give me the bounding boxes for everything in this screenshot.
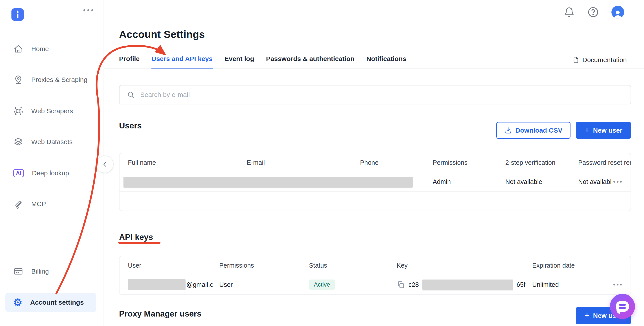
- notification-bell-icon[interactable]: [564, 7, 575, 18]
- column-header: Phone: [360, 159, 433, 166]
- user-avatar[interactable]: [612, 6, 624, 19]
- permissions-cell: Admin: [433, 178, 505, 185]
- logo-i-flame-icon: [14, 10, 21, 19]
- chevron-left-icon: [101, 161, 108, 168]
- row-menu-icon[interactable]: [611, 281, 624, 288]
- sidebar-item-label: Proxies & Scraping: [31, 76, 88, 84]
- help-icon[interactable]: [587, 6, 599, 18]
- permissions-cell: User: [219, 281, 309, 288]
- users-table-row: Admin Not available Not availabl: [120, 172, 630, 192]
- red-underline-annotation: [118, 242, 160, 244]
- plus-icon: +: [584, 311, 590, 319]
- sidebar-item-home[interactable]: Home: [0, 41, 104, 57]
- paperclip-icon: [13, 199, 23, 209]
- tab-event-log[interactable]: Event log: [224, 55, 254, 69]
- redacted-user-info: [124, 177, 413, 187]
- home-icon: [13, 44, 23, 54]
- sidebar-item-label: Deep lookup: [32, 169, 69, 177]
- tab-users-and-api-keys[interactable]: Users and API keys: [152, 55, 212, 69]
- proxy-manager-section-title: Proxy Manager users: [119, 309, 202, 318]
- status-badge: Active: [309, 279, 335, 290]
- brand-logo[interactable]: [12, 8, 24, 21]
- gear-icon: ⚙: [13, 297, 22, 307]
- sidebar-item-label: Billing: [31, 268, 49, 275]
- column-header: 2-step verification: [505, 159, 578, 166]
- sidebar-item-label: Home: [31, 45, 49, 53]
- chat-bubble-icon: [616, 301, 629, 312]
- users-section-title: Users: [119, 121, 142, 130]
- search-bar: [119, 85, 631, 104]
- key-prefix: c28: [408, 281, 419, 288]
- user-cell: @gmail.c: [128, 279, 219, 290]
- api-keys-table: User Permissions Status Key Expiration d…: [119, 256, 631, 295]
- column-header: Status: [309, 262, 396, 269]
- page-title: Account Settings: [119, 28, 205, 40]
- sidebar-item-proxies-scraping[interactable]: Proxies & Scraping: [0, 72, 104, 88]
- tab-passwords-authentication[interactable]: Passwords & authentication: [266, 55, 354, 69]
- column-header: Permissions: [219, 262, 309, 269]
- redacted-key: [422, 279, 513, 290]
- tab-bar: Profile Users and API keys Event log Pas…: [119, 55, 406, 69]
- column-header: Password reset rer: [578, 159, 630, 166]
- sidebar-item-label: Web Datasets: [31, 138, 73, 146]
- chat-widget-button[interactable]: [610, 294, 635, 319]
- documentation-link[interactable]: Documentation: [572, 56, 627, 64]
- users-table-header: Full name E-mail Phone Permissions 2-ste…: [120, 153, 630, 172]
- sidebar-item-label: Account settings: [30, 299, 84, 306]
- account-settings-page: Home Proxies & Scraping Web Scrapers Web…: [0, 0, 644, 326]
- users-table: Full name E-mail Phone Permissions 2-ste…: [119, 153, 631, 211]
- sidebar-item-label: Web Scrapers: [31, 107, 73, 115]
- sidebar-item-label: MCP: [31, 200, 46, 208]
- column-header: Full name: [128, 159, 247, 166]
- search-input[interactable]: [140, 91, 630, 99]
- sidebar-menu-icon[interactable]: [84, 9, 93, 11]
- row-menu-icon[interactable]: [611, 179, 624, 185]
- sidebar-item-deep-lookup[interactable]: AI Deep lookup: [0, 165, 104, 181]
- redacted-email: [128, 279, 186, 290]
- credit-card-icon: [13, 266, 23, 276]
- status-cell: Active: [309, 279, 396, 290]
- two-step-cell: Not available: [505, 178, 578, 185]
- copy-icon[interactable]: [396, 280, 405, 289]
- document-icon: [572, 56, 579, 64]
- spider-icon: [13, 106, 23, 116]
- search-icon: [127, 91, 135, 99]
- new-user-button[interactable]: + New user: [576, 122, 631, 139]
- column-header: Expiration date: [532, 262, 630, 269]
- sidebar-item-mcp[interactable]: MCP: [0, 196, 104, 212]
- ai-badge-icon: AI: [13, 169, 24, 177]
- sidebar-collapse-button[interactable]: [96, 156, 114, 173]
- tab-notifications[interactable]: Notifications: [366, 55, 406, 69]
- topbar-actions: [564, 6, 624, 19]
- tab-profile[interactable]: Profile: [119, 55, 140, 69]
- api-keys-section-title: API keys: [119, 233, 153, 242]
- column-header: User: [128, 262, 219, 269]
- tabs-divider: [104, 69, 644, 69]
- sidebar-item-web-datasets[interactable]: Web Datasets: [0, 134, 104, 150]
- download-csv-button[interactable]: Download CSV: [496, 122, 570, 139]
- sidebar-item-account-settings[interactable]: ⚙ Account settings: [5, 293, 96, 312]
- sidebar: Home Proxies & Scraping Web Scrapers Web…: [0, 0, 104, 326]
- column-header: Key: [396, 262, 532, 269]
- column-header: Permissions: [433, 159, 505, 166]
- sidebar-item-billing[interactable]: Billing: [0, 263, 104, 279]
- key-cell: c28 65f: [396, 279, 532, 290]
- column-header: E-mail: [247, 159, 360, 166]
- download-icon: [504, 127, 512, 134]
- map-pin-icon: [13, 75, 23, 85]
- plus-icon: +: [584, 126, 590, 134]
- layers-icon: [13, 137, 23, 147]
- key-suffix: 65f: [516, 281, 525, 288]
- api-keys-table-row: @gmail.c User Active c28 65f Unlimited: [120, 275, 630, 294]
- sidebar-item-web-scrapers[interactable]: Web Scrapers: [0, 103, 104, 119]
- api-keys-table-header: User Permissions Status Key Expiration d…: [120, 256, 630, 275]
